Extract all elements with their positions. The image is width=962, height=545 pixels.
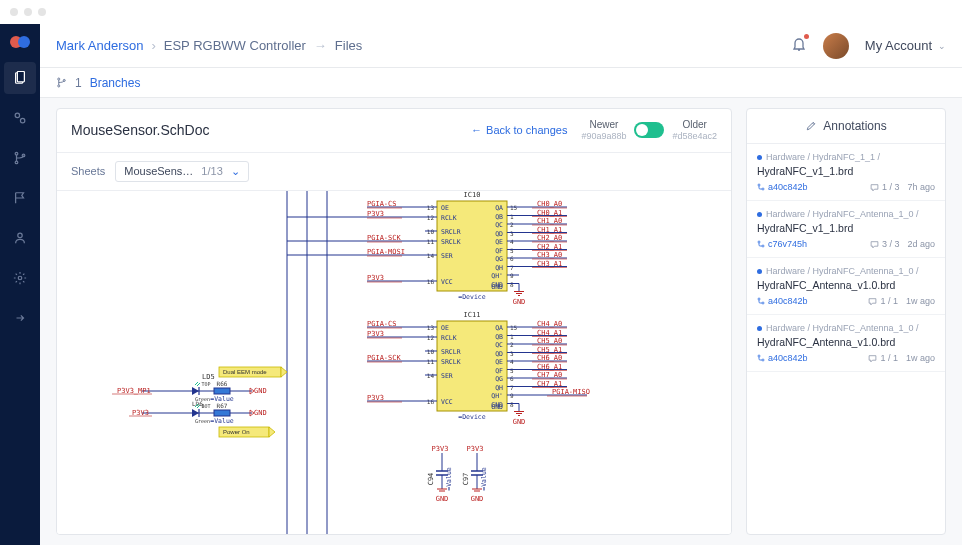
svg-text:CH2_A0: CH2_A0 [537, 234, 562, 242]
annotation-time: 1w ago [906, 353, 935, 363]
sheet-selector[interactable]: MouseSens… 1/13 ⌄ [115, 161, 249, 182]
svg-text:=Value: =Value [445, 467, 453, 491]
svg-text:CH4_A1: CH4_A1 [537, 328, 562, 336]
svg-text:GND: GND [513, 297, 526, 305]
annotation-hash[interactable]: a40c842b [757, 182, 808, 192]
svg-text:CH0_A0: CH0_A0 [537, 200, 562, 208]
annotation-hash[interactable]: a40c842b [757, 296, 808, 306]
version-toggle[interactable] [634, 122, 664, 138]
annotation-item[interactable]: Hardware / HydraNFC_Antenna_1_0 / HydraN… [747, 258, 945, 315]
annotation-item[interactable]: Hardware / HydraNFC_Antenna_1_0 / HydraN… [747, 315, 945, 372]
arrow-right-icon: → [314, 38, 327, 53]
annotations-list: Hardware / HydraNFC_1_1 / HydraNFC_v1_1.… [747, 144, 945, 534]
svg-text:CH0_A1: CH0_A1 [537, 208, 562, 216]
svg-text:QB: QB [495, 332, 503, 340]
svg-rect-3 [17, 71, 24, 82]
svg-text:CH1_A0: CH1_A0 [537, 217, 562, 225]
svg-text:C97: C97 [462, 472, 470, 485]
svg-text:QC: QC [495, 221, 503, 229]
annotation-file: HydraNFC_Antenna_v1.0.brd [757, 336, 935, 348]
svg-marker-249 [192, 409, 199, 417]
svg-text:=Value: =Value [480, 467, 488, 491]
svg-text:QF: QF [495, 246, 503, 254]
svg-text:QE: QE [495, 358, 503, 366]
sheet-index: 1/13 [201, 165, 222, 177]
sheet-name: MouseSens… [124, 165, 193, 177]
svg-rect-238 [214, 388, 230, 394]
svg-point-9 [18, 233, 22, 237]
back-to-changes-link[interactable]: ← Back to changes [471, 124, 567, 136]
sheets-label: Sheets [71, 165, 105, 177]
notifications-button[interactable] [791, 36, 807, 56]
breadcrumb-page: Files [335, 38, 362, 53]
svg-text:TOP: TOP [201, 381, 210, 387]
svg-text:Dual EEM mode: Dual EEM mode [223, 369, 267, 375]
svg-text:C94: C94 [427, 472, 435, 485]
schematic-drawing: IC10OE13PGIA-CSRCLK12P3V3SRCLR10SRCLK11P… [57, 191, 731, 534]
sidebar-item-files[interactable] [4, 62, 36, 94]
svg-text:QA: QA [495, 204, 503, 212]
svg-text:SRCLK: SRCLK [441, 238, 461, 246]
svg-text:R67: R67 [217, 402, 228, 409]
svg-text:QF: QF [495, 366, 503, 374]
svg-text:PGIA-SCK: PGIA-SCK [367, 234, 402, 242]
svg-text:IC10: IC10 [464, 191, 481, 199]
annotation-hash[interactable]: c76v745h [757, 239, 807, 249]
svg-text:QC: QC [495, 341, 503, 349]
annotation-item[interactable]: Hardware / HydraNFC_1_1 / HydraNFC_v1_1.… [747, 144, 945, 201]
branches-link[interactable]: Branches [90, 76, 141, 90]
sidebar-item-users[interactable] [4, 222, 36, 254]
svg-rect-253 [214, 410, 230, 416]
svg-text:QD: QD [495, 229, 503, 237]
account-menu[interactable]: My Account ⌄ [865, 38, 946, 53]
svg-text:VCC: VCC [441, 398, 453, 406]
svg-text:QD: QD [495, 349, 503, 357]
svg-text:GND: GND [513, 417, 526, 425]
svg-text:CH6_A0: CH6_A0 [537, 354, 562, 362]
svg-text:CH4_A0: CH4_A0 [537, 320, 562, 328]
annotation-hash[interactable]: a40c842b [757, 353, 808, 363]
annotation-path: Hardware / HydraNFC_Antenna_1_0 / [757, 266, 935, 276]
svg-text:QH': QH' [491, 272, 503, 280]
back-label: Back to changes [486, 124, 567, 136]
svg-text:P3V3: P3V3 [367, 330, 384, 338]
svg-marker-267 [269, 427, 275, 437]
document-panel: MouseSensor.SchDoc ← Back to changes New… [56, 108, 732, 535]
svg-text:CH2_A1: CH2_A1 [537, 242, 562, 250]
svg-point-1 [18, 36, 30, 48]
annotation-file: HydraNFC_v1_1.brd [757, 165, 935, 177]
svg-text:PGIA-CS: PGIA-CS [367, 200, 397, 208]
svg-text:SER: SER [441, 252, 453, 260]
breadcrumb-user[interactable]: Mark Anderson [56, 38, 143, 53]
annotation-time: 7h ago [907, 182, 935, 192]
svg-text:GND: GND [254, 387, 267, 395]
svg-text:RCLK: RCLK [441, 334, 457, 342]
svg-text:P3V3: P3V3 [367, 394, 384, 402]
svg-text:PGIA-MISO: PGIA-MISO [552, 388, 590, 396]
newer-label: Newer [581, 119, 626, 131]
sidebar-item-collapse[interactable] [4, 302, 36, 334]
svg-text:=Device: =Device [458, 293, 485, 301]
schematic-canvas[interactable]: IC10OE13PGIA-CSRCLK12P3V3SRCLR10SRCLK11P… [57, 191, 731, 534]
svg-text:SRCLR: SRCLR [441, 348, 461, 356]
svg-text:PGIA-CS: PGIA-CS [367, 320, 397, 328]
topbar: Mark Anderson › ESP RGBWW Controller → F… [40, 24, 962, 68]
svg-text:VCC: VCC [441, 278, 453, 286]
user-avatar[interactable] [823, 33, 849, 59]
svg-text:CH1_A1: CH1_A1 [537, 225, 562, 233]
sidebar-item-branches[interactable] [4, 142, 36, 174]
svg-point-271 [762, 245, 764, 247]
annotation-file: HydraNFC_Antenna_v1.0.brd [757, 279, 935, 291]
sidebar-item-team[interactable] [4, 102, 36, 134]
annotation-count: 1 / 1 [868, 353, 898, 363]
annotation-path: Hardware / HydraNFC_Antenna_1_0 / [757, 323, 935, 333]
svg-text:CH3_A0: CH3_A0 [537, 251, 562, 259]
sidebar-item-settings[interactable] [4, 262, 36, 294]
svg-text:PGIA-MOSI: PGIA-MOSI [367, 248, 405, 256]
branch-icon [56, 77, 67, 88]
svg-text:GND: GND [254, 409, 267, 417]
sidebar-item-flags[interactable] [4, 182, 36, 214]
newer-hash: #90a9a88b [581, 131, 626, 142]
annotation-item[interactable]: Hardware / HydraNFC_Antenna_1_0 / HydraN… [747, 201, 945, 258]
annotation-path: Hardware / HydraNFC_Antenna_1_0 / [757, 209, 935, 219]
